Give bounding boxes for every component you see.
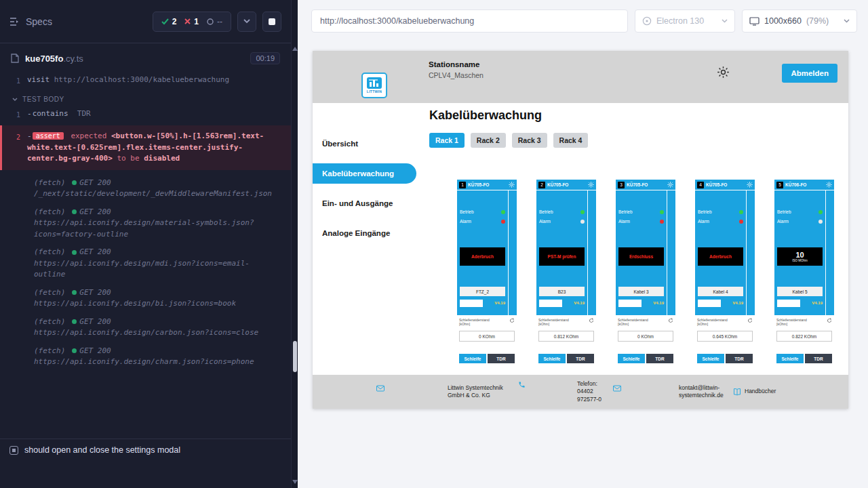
- betrieb-led: [580, 210, 585, 214]
- littwin-logo: LITTWIN: [361, 73, 387, 98]
- log-fetch-entry[interactable]: (fetch)GET 200 https://api.iconify.desig…: [0, 203, 291, 244]
- tab-rack-3[interactable]: Rack 3: [512, 133, 547, 148]
- schleife-button[interactable]: Schleife: [459, 354, 486, 363]
- collapse-chevron-button[interactable]: [237, 12, 256, 32]
- device-settings-icon[interactable]: [509, 182, 515, 188]
- app-sidebar: Übersicht Kabelüberwachung Ein- und Ausg…: [313, 103, 416, 409]
- schleife-button[interactable]: Schleife: [776, 354, 804, 363]
- log-contains-command[interactable]: 1 -contains TDR: [0, 107, 291, 121]
- station-name: CPLV4_Maschen: [429, 71, 484, 79]
- runner-scrollbar[interactable]: [291, 0, 298, 488]
- device-cards: 1 KÜ705-FO Betrieb Alarm Aderbruch FTZ_2: [457, 180, 848, 380]
- schleife-button[interactable]: Schleife: [618, 354, 645, 363]
- footer-manuals[interactable]: Handbücher: [733, 388, 776, 396]
- logout-button[interactable]: Abmelden: [782, 64, 837, 83]
- resistance-value: 0.812 KOhm: [538, 331, 594, 342]
- device-model: KÜ706-FO: [785, 182, 824, 187]
- card-rail: [508, 190, 517, 315]
- status-display: Aderbruch: [460, 247, 505, 266]
- specs-menu-button[interactable]: Specs: [9, 16, 52, 27]
- device-card-4: 4 KÜ705-FO Betrieb Alarm Aderbruch Kabel…: [695, 180, 755, 380]
- settings-gear-icon[interactable]: [716, 65, 730, 79]
- stop-run-button[interactable]: [262, 12, 281, 32]
- spare-field: [460, 300, 483, 307]
- device-settings-icon[interactable]: [588, 182, 594, 188]
- screen: Specs 2 1 --: [0, 0, 868, 488]
- browser-select[interactable]: Electron 130: [635, 9, 735, 33]
- sidebar-item-ein-und-ausgaenge[interactable]: Ein- und Ausgänge: [313, 193, 416, 214]
- tdr-button[interactable]: TDR: [805, 354, 832, 363]
- footer-phone[interactable]: Telefon: 04402 972577-0: [518, 380, 613, 403]
- log-visit-command[interactable]: 1 visit http://localhost:3000/kabelueber…: [0, 73, 291, 87]
- next-test-row[interactable]: should open and close the settings modal: [0, 439, 291, 461]
- sidebar-item-kabelueberwachung[interactable]: Kabelüberwachung: [313, 163, 416, 184]
- chevron-down-icon: [844, 19, 850, 23]
- device-card-1: 1 KÜ705-FO Betrieb Alarm Aderbruch FTZ_2: [457, 180, 517, 380]
- log-fetch-entry[interactable]: (fetch)GET 200 https://api.iconify.desig…: [0, 284, 291, 313]
- status-ok-dot: [72, 250, 77, 255]
- device-settings-icon[interactable]: [747, 182, 753, 188]
- schleife-button[interactable]: Schleife: [538, 354, 566, 363]
- measurement-panel: Schleifenwiderstand [kOhm] 0 KOhm Schlei…: [457, 315, 517, 380]
- refresh-icon[interactable]: [827, 318, 832, 323]
- tdr-button[interactable]: TDR: [567, 354, 594, 363]
- url-input[interactable]: [311, 9, 628, 33]
- log-failed-assert[interactable]: 2 -assert expected <button.w-[50%].h-[1.…: [0, 125, 291, 170]
- tab-rack-1[interactable]: Rack 1: [429, 133, 465, 148]
- pending-circle-icon: [207, 18, 214, 25]
- phone-icon: [518, 381, 574, 388]
- stage-toolbar: Electron 130 1000x660 (79%): [298, 0, 868, 42]
- tab-rack-2[interactable]: Rack 2: [471, 133, 506, 148]
- tdr-button[interactable]: TDR: [488, 354, 515, 363]
- app-under-test: LITTWIN Stationsname CPLV4_Maschen Abmel…: [313, 51, 848, 409]
- tdr-button[interactable]: TDR: [646, 354, 673, 363]
- spare-field: [777, 300, 800, 307]
- mail-icon: [613, 385, 675, 392]
- resistance-value: 0.645 KOhm: [697, 331, 753, 342]
- footer-email[interactable]: kontakt@littwin-systemtechnik.de: [613, 384, 733, 399]
- test-stats[interactable]: 2 1 --: [153, 12, 231, 32]
- spec-file-bar[interactable]: kue705fo.cy.ts 00:19: [0, 43, 291, 73]
- log-fetch-entry[interactable]: (fetch)GET 200 https://api.iconify.desig…: [0, 313, 291, 342]
- assert-badge: assert: [33, 132, 64, 140]
- status-ok-dot: [72, 290, 77, 295]
- refresh-icon[interactable]: [509, 318, 515, 323]
- tdr-button[interactable]: TDR: [726, 354, 753, 363]
- chevron-down-icon: [12, 98, 18, 102]
- device-card-5: 5 KÜ706-FO Betrieb Alarm 10: [774, 180, 834, 380]
- alarm-led: [660, 220, 664, 224]
- stage: Electron 130 1000x660 (79%) LITTWIN: [298, 0, 868, 488]
- cable-name: Kabel 3: [618, 287, 664, 296]
- refresh-icon[interactable]: [668, 318, 673, 323]
- device-number: 4: [697, 182, 704, 188]
- refresh-icon[interactable]: [589, 318, 594, 323]
- firmware-version: V4.19: [812, 301, 823, 305]
- log-fetch-entry[interactable]: (fetch)GET 200 https://api.iconify.desig…: [0, 243, 291, 284]
- log-fetch-entry[interactable]: (fetch)GET 200 /_next/static/development…: [0, 174, 291, 203]
- specs-list-icon: [9, 17, 20, 26]
- sidebar-item-analoge-eingaenge[interactable]: Analoge Eingänge: [313, 223, 416, 243]
- refresh-icon[interactable]: [747, 318, 753, 323]
- station-label: Stationsname: [429, 60, 484, 68]
- stat-passed: 2: [161, 17, 177, 26]
- device-settings-icon[interactable]: [826, 182, 832, 188]
- resistance-value: 0 KOhm: [459, 331, 515, 342]
- scroll-up-arrow[interactable]: [292, 47, 298, 51]
- status-ok-dot: [72, 180, 77, 185]
- firmware-version: V4.19: [653, 301, 664, 305]
- viewport-select[interactable]: 1000x660 (79%): [742, 9, 857, 33]
- tab-rack-4[interactable]: Rack 4: [553, 133, 589, 148]
- card-rail: [587, 190, 596, 315]
- log-fetch-entry[interactable]: (fetch)GET 200 https://api.iconify.desig…: [0, 342, 291, 371]
- sidebar-item-uebersicht[interactable]: Übersicht: [313, 134, 416, 154]
- scrollbar-thumb[interactable]: [293, 341, 297, 372]
- device-card-2: 2 KÜ705-FO Betrieb Alarm PST-M prüfen B2…: [536, 180, 596, 380]
- device-settings-icon[interactable]: [667, 182, 673, 188]
- schleife-button[interactable]: Schleife: [697, 354, 724, 363]
- status-display: PST-M prüfen: [539, 247, 585, 266]
- app-body: Übersicht Kabelüberwachung Ein- und Ausg…: [313, 103, 848, 409]
- test-body-section-header[interactable]: TEST BODY: [0, 87, 291, 107]
- test-state-icon: [9, 446, 18, 455]
- app-footer: Littwin Systemtechnik GmbH & Co. KG Tele…: [313, 375, 848, 409]
- scroll-down-arrow[interactable]: [292, 480, 298, 484]
